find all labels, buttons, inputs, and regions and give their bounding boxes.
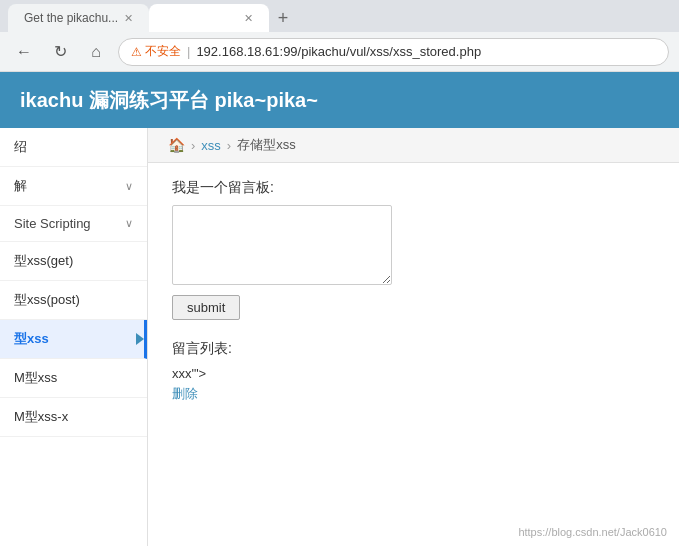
- sidebar-item-xss-dom[interactable]: M型xss: [0, 359, 147, 398]
- site-header: ikachu 漏洞练习平台 pika~pika~: [0, 72, 679, 128]
- content-area: 🏠 › xss › 存储型xss 我是一个留言板: submit 留言列表: x…: [148, 128, 679, 546]
- main-content: 我是一个留言板: submit 留言列表: xxx'"> 删除: [148, 163, 679, 419]
- warning-icon: ⚠: [131, 45, 142, 59]
- browser-tabs: Get the pikachu... ✕ ✕ +: [0, 0, 679, 32]
- sidebar-item-xss-stored-label: 型xss: [14, 330, 49, 348]
- delete-link-0[interactable]: 删除: [172, 385, 655, 403]
- sidebar-item-xss-post[interactable]: 型xss(post): [0, 281, 147, 320]
- tab-2[interactable]: ✕: [149, 4, 269, 32]
- breadcrumb: 🏠 › xss › 存储型xss: [148, 128, 679, 163]
- sidebar-item-site-scripting-label: Site Scripting: [14, 216, 91, 231]
- tab-1-label: Get the pikachu...: [24, 11, 118, 25]
- home-button[interactable]: ⌂: [82, 38, 110, 66]
- home-icon: 🏠: [168, 137, 185, 153]
- sidebar-item-explain-label: 解: [14, 177, 27, 195]
- new-tab-button[interactable]: +: [269, 4, 297, 32]
- page-wrapper: ikachu 漏洞练习平台 pika~pika~ 绍 解 ∨ Site Scri…: [0, 72, 679, 546]
- sidebar-item-xss-dom-label: M型xss: [14, 369, 57, 387]
- sidebar-item-xss-stored[interactable]: 型xss: [0, 320, 147, 359]
- browser-toolbar: ← ↻ ⌂ ⚠ 不安全 | 192.168.18.61:99/pikachu/v…: [0, 32, 679, 72]
- main-layout: 绍 解 ∨ Site Scripting ∨ 型xss(get) 型xss(po…: [0, 128, 679, 546]
- site-title: ikachu 漏洞练习平台 pika~pika~: [20, 87, 318, 114]
- breadcrumb-link-xss[interactable]: xss: [201, 138, 221, 153]
- submit-button[interactable]: submit: [172, 295, 240, 320]
- insecure-badge: ⚠ 不安全: [131, 43, 181, 60]
- sidebar-item-xss-get[interactable]: 型xss(get): [0, 242, 147, 281]
- insecure-label: 不安全: [145, 43, 181, 60]
- address-text: 192.168.18.61:99/pikachu/vul/xss/xss_sto…: [196, 44, 481, 59]
- breadcrumb-current: 存储型xss: [237, 136, 296, 154]
- sidebar-item-intro-label: 绍: [14, 138, 27, 156]
- sidebar-item-site-scripting[interactable]: Site Scripting ∨: [0, 206, 147, 242]
- sidebar-item-xss-get-label: 型xss(get): [14, 252, 73, 270]
- sidebar-item-xss-dom-x[interactable]: M型xss-x: [0, 398, 147, 437]
- tab-1[interactable]: Get the pikachu... ✕: [8, 4, 149, 32]
- sidebar-item-intro[interactable]: 绍: [0, 128, 147, 167]
- breadcrumb-sep-1: ›: [191, 138, 195, 153]
- comment-entry-0: xxx'">: [172, 366, 655, 381]
- form-label: 我是一个留言板:: [172, 179, 655, 197]
- message-textarea[interactable]: [172, 205, 392, 285]
- active-indicator: [136, 333, 144, 345]
- tab-2-close[interactable]: ✕: [244, 12, 253, 25]
- address-divider: |: [187, 44, 190, 59]
- sidebar-item-xss-post-label: 型xss(post): [14, 291, 80, 309]
- chevron-down-icon-2: ∨: [125, 217, 133, 230]
- breadcrumb-sep-2: ›: [227, 138, 231, 153]
- sidebar-item-xss-dom-x-label: M型xss-x: [14, 408, 68, 426]
- sidebar: 绍 解 ∨ Site Scripting ∨ 型xss(get) 型xss(po…: [0, 128, 148, 546]
- back-button[interactable]: ←: [10, 38, 38, 66]
- comment-list-label: 留言列表:: [172, 340, 655, 358]
- reload-button[interactable]: ↻: [46, 38, 74, 66]
- tab-1-close[interactable]: ✕: [124, 12, 133, 25]
- sidebar-item-explain[interactable]: 解 ∨: [0, 167, 147, 206]
- chevron-down-icon: ∨: [125, 180, 133, 193]
- csdn-hint: https://blog.csdn.net/Jack0610: [518, 526, 667, 538]
- address-bar[interactable]: ⚠ 不安全 | 192.168.18.61:99/pikachu/vul/xss…: [118, 38, 669, 66]
